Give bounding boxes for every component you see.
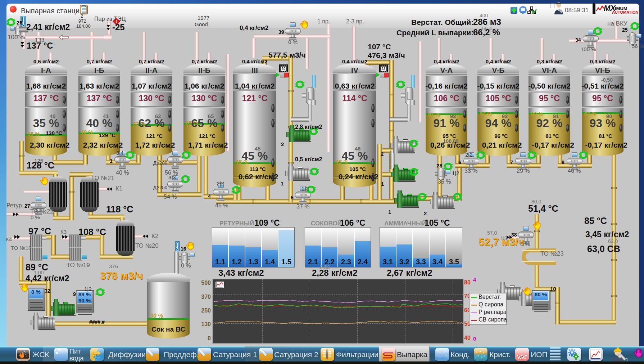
svg-text:1: 1 xyxy=(626,357,628,361)
